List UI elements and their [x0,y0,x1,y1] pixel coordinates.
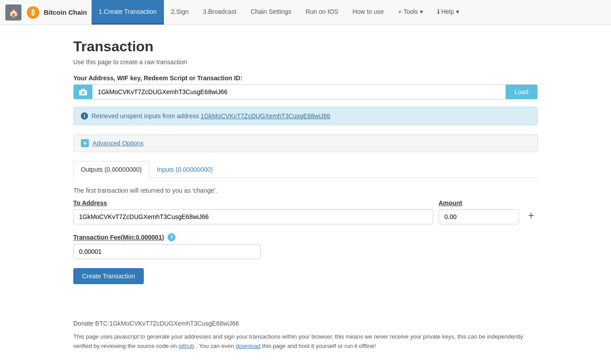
camera-addon [74,85,92,99]
bitcoin-icon: ₿ [27,6,39,19]
fee-section: Transaction Fee(Min:0.000001) ? [73,233,538,259]
bitcoin-chain-label: Bitcoin Chain [39,8,92,16]
nav-item-chain-settings: Chain Settings [243,0,298,25]
address-input[interactable] [92,85,506,99]
amount-label: Amount [439,199,519,207]
page-title: Transaction [73,38,538,55]
add-output-button[interactable]: + [524,208,538,223]
amount-group: Amount [439,199,519,224]
nav-list: 1.Create Transaction 2.Sign 3.Broadcast … [92,0,466,25]
camera-icon [79,88,87,95]
alert-address-link[interactable]: 1GkMoCVKvT7ZcDUGXemhT3CusgE68wiJ66 [201,112,330,120]
tab-inputs[interactable]: Inputs (0.00000000) [149,161,220,178]
nav-item-tools: + Tools ▾ [391,0,430,25]
advanced-options-link[interactable]: Advanced Options [92,140,143,147]
tools-dropdown-arrow: ▾ [420,8,423,15]
donate-section: Donate BTC:1GkMoCVKvT7ZcDUGXemhT3CusgE68… [73,311,538,351]
to-address-label: To Address [73,199,433,207]
to-address-input[interactable] [73,209,433,224]
nav-link-help[interactable]: ℹ Help ▾ [430,0,466,25]
nav-link-create-transaction[interactable]: 1.Create Transaction [92,0,164,25]
navbar: 🏠 ₿ Bitcoin Chain 1.Create Transaction 2… [0,0,611,25]
nav-link-sign[interactable]: 2.Sign [164,0,196,25]
nav-item-help: ℹ Help ▾ [430,0,466,25]
address-input-group: Load [73,84,538,99]
fee-help-icon[interactable]: ? [167,233,176,241]
plus-square-icon: + [81,139,89,147]
svg-text:🏠: 🏠 [8,8,19,18]
nav-item-sign: 2.Sign [164,0,196,25]
page-subtitle: Use this page to create a raw transactio… [73,58,538,66]
app-logo-icon: 🏠 [5,4,21,21]
brand-logo[interactable]: 🏠 [0,0,27,25]
nav-link-broadcast[interactable]: 3.Broadcast [196,0,243,25]
nav-link-chain-settings[interactable]: Chain Settings [243,0,298,25]
fee-label: Transaction Fee(Min:0.000001) [73,234,164,241]
fee-input[interactable] [73,244,261,259]
fee-label-row: Transaction Fee(Min:0.000001) ? [73,233,538,241]
load-button[interactable]: Load [506,85,537,99]
nav-link-tools[interactable]: + Tools ▾ [391,0,430,25]
nav-item-ios: Run on IOS [298,0,345,25]
amount-input[interactable] [439,209,519,224]
github-link[interactable]: github [179,343,194,349]
to-address-group: To Address [73,199,433,224]
nav-item-how-to-use: How to use [345,0,391,25]
alert-message: Retrieved unspent inputs from address 1G… [92,112,331,120]
nav-link-run-on-ios[interactable]: Run on IOS [298,0,345,25]
info-circle-icon: i [81,112,88,120]
change-note: The first transaction will returned to y… [73,187,538,194]
svg-rect-4 [81,89,85,91]
retrieved-alert: i Retrieved unspent inputs from address … [73,107,538,125]
footer-note: This page uses javascript to generate yo… [73,332,538,351]
download-link[interactable]: download [236,343,261,349]
main-content: Transaction Use this page to create a ra… [38,25,573,364]
create-transaction-button[interactable]: Create Transaction [73,268,144,284]
nav-item-create: 1.Create Transaction [92,0,164,25]
svg-point-5 [82,92,84,94]
donate-text: Donate BTC:1GkMoCVKvT7ZcDUGXemhT3CusgE68… [73,320,538,327]
nav-link-how-to-use[interactable]: How to use [345,0,391,25]
address-field-label: Your Address, WIF key, Redeem Script or … [73,74,538,82]
advanced-options-bar[interactable]: + Advanced Options [73,134,538,152]
help-dropdown-arrow: ▾ [456,8,459,15]
tab-outputs[interactable]: Outputs (0.00000000) [73,161,149,178]
nav-item-broadcast: 3.Broadcast [196,0,243,25]
tabs-container: Outputs (0.00000000) Inputs (0.00000000) [73,161,538,178]
outputs-row: To Address Amount + [73,199,538,224]
